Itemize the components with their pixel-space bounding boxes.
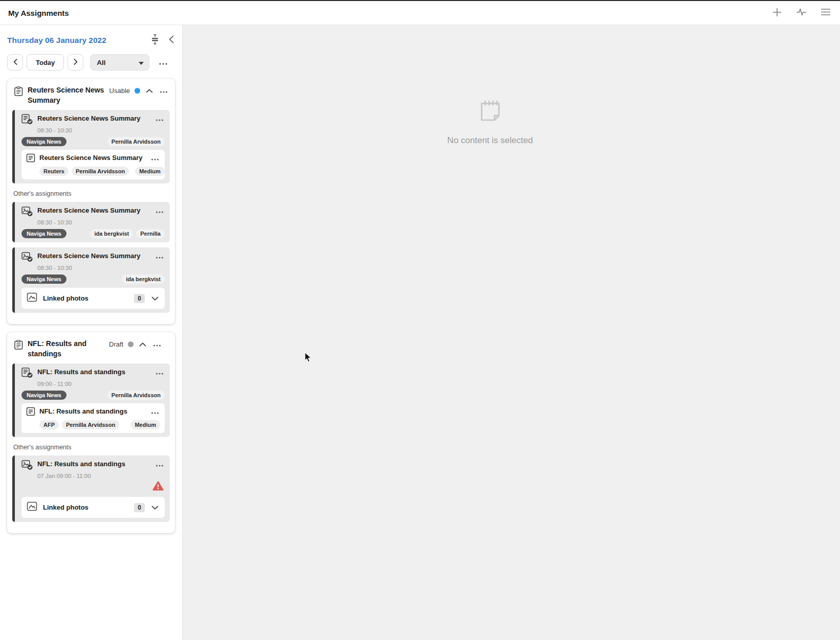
chevron-down-icon xyxy=(151,294,159,302)
app-body: Thursday 06 January 2022 xyxy=(0,25,840,640)
ellipsis-icon xyxy=(156,461,164,468)
linked-photos-count: 0 xyxy=(134,503,145,512)
assignment-time: 08:30 - 10:30 xyxy=(37,265,165,271)
assignment-more-button[interactable] xyxy=(154,206,165,216)
add-button[interactable] xyxy=(771,6,783,20)
warning-icon xyxy=(152,481,164,493)
others-assignments-label: Other's assignments xyxy=(13,190,170,197)
content-card[interactable]: NFL: Results and standings AFP Pernilla … xyxy=(21,403,165,433)
menu-button[interactable] xyxy=(820,7,832,18)
group-title: NFL: Results and standings xyxy=(28,339,104,359)
channel-badge: Naviga News xyxy=(21,137,67,146)
photo-assignment-check-icon xyxy=(21,460,33,472)
content-more-button[interactable] xyxy=(150,153,160,163)
chevron-left-icon xyxy=(13,59,17,66)
collapse-group-button[interactable] xyxy=(138,339,147,349)
assignment-title: Reuters Science News Summary xyxy=(37,207,150,215)
ellipsis-icon xyxy=(151,154,159,162)
ellipsis-icon xyxy=(159,59,168,66)
text-assignment-check-icon xyxy=(21,368,33,380)
compress-list-button[interactable] xyxy=(149,33,161,47)
expand-linked-photos-button[interactable] xyxy=(150,293,160,303)
linked-photos-row[interactable]: Linked photos 0 xyxy=(21,497,165,518)
status-label: Draft xyxy=(109,340,123,348)
hamburger-menu-icon xyxy=(821,8,831,17)
chevron-down-icon xyxy=(151,504,159,511)
author-badge: Pernilla Arvidsson xyxy=(62,420,119,429)
date-header[interactable]: Thursday 06 January 2022 xyxy=(7,36,106,45)
clipboard-icon xyxy=(14,340,23,352)
assignment-title: NFL: Results and standings xyxy=(37,460,150,468)
caret-down-icon xyxy=(139,59,144,66)
activity-icon xyxy=(795,8,807,18)
assignee-badge: Pernilla xyxy=(136,229,165,238)
ellipsis-icon xyxy=(160,87,168,95)
photo-assignment-check-icon xyxy=(21,252,33,264)
content-card[interactable]: Reuters Science News Summary Reuters Per… xyxy=(21,150,165,179)
group-header-actions: Draft xyxy=(109,339,162,349)
source-badge: AFP xyxy=(39,420,59,429)
group-header: NFL: Results and standings Draft xyxy=(12,338,170,363)
assignment-card[interactable]: NFL: Results and standings 07 Jan 09:00 … xyxy=(12,455,170,522)
channel-badge: Naviga News xyxy=(21,391,67,400)
group-more-button[interactable] xyxy=(159,86,169,96)
today-button[interactable]: Today xyxy=(27,54,64,71)
expand-linked-photos-button[interactable] xyxy=(150,502,160,512)
linked-photos-label: Linked photos xyxy=(43,294,128,302)
linked-photos-row[interactable]: Linked photos 0 xyxy=(21,288,165,309)
chevron-right-icon xyxy=(74,59,78,66)
priority-badge: Medium xyxy=(135,167,165,176)
author-badge: Pernilla Arvidsson xyxy=(72,167,129,176)
filter-dropdown[interactable]: All xyxy=(90,54,149,71)
plus-icon xyxy=(772,7,782,19)
group-header: Reuters Science News Summary Usable xyxy=(12,84,170,110)
assignment-more-button[interactable] xyxy=(154,460,165,469)
activity-button[interactable] xyxy=(794,7,808,19)
assignment-card[interactable]: NFL: Results and standings 09:00 - 11:00… xyxy=(12,363,170,437)
assignment-title: NFL: Results and standings xyxy=(37,368,150,376)
sidebar-more-button[interactable] xyxy=(157,57,170,68)
app-window: My Assignments Thursday 06 xyxy=(0,0,840,640)
next-day-button[interactable] xyxy=(68,54,83,71)
text-document-icon xyxy=(26,407,35,418)
assignment-more-button[interactable] xyxy=(154,114,165,124)
top-bar: My Assignments xyxy=(0,1,840,25)
ellipsis-icon xyxy=(156,115,164,123)
group-more-button[interactable] xyxy=(152,339,162,349)
assignment-group-card: Reuters Science News Summary Usable xyxy=(7,79,175,324)
ellipsis-icon xyxy=(153,340,161,348)
assignment-card[interactable]: Reuters Science News Summary 08:30 - 10:… xyxy=(12,110,170,184)
photo-icon xyxy=(27,501,37,513)
channel-badge: Naviga News xyxy=(21,275,67,284)
empty-state-message: No content is selected xyxy=(447,135,533,146)
collapse-group-button[interactable] xyxy=(145,86,154,96)
ellipsis-icon xyxy=(156,253,164,260)
status-dot xyxy=(135,88,140,94)
date-header-row: Thursday 06 January 2022 xyxy=(7,33,175,47)
assignment-more-button[interactable] xyxy=(154,368,165,377)
collapse-sidebar-button[interactable] xyxy=(168,34,175,46)
assignment-time: 09:00 - 11:00 xyxy=(37,381,165,387)
photo-icon xyxy=(27,292,37,304)
assignment-more-button[interactable] xyxy=(154,252,165,261)
text-assignment-check-icon xyxy=(21,114,33,127)
notepad-icon xyxy=(476,118,504,127)
filter-value: All xyxy=(97,59,105,66)
compress-rows-icon xyxy=(150,34,160,46)
empty-state: No content is selected xyxy=(447,98,533,146)
channel-badge: Naviga News xyxy=(21,229,67,238)
assignment-title: Reuters Science News Summary xyxy=(37,115,150,123)
assignment-card[interactable]: Reuters Science News Summary 08:30 - 10:… xyxy=(12,247,170,313)
chevron-up-icon xyxy=(146,87,153,95)
text-document-icon xyxy=(26,153,35,165)
chevron-left-icon xyxy=(169,35,174,45)
assignee-badge: ida bergkvist xyxy=(122,275,165,284)
clipboard-icon xyxy=(14,86,23,98)
content-title: NFL: Results and standings xyxy=(39,407,146,416)
content-more-button[interactable] xyxy=(150,407,160,417)
assignment-card[interactable]: Reuters Science News Summary 08:30 - 10:… xyxy=(12,202,170,242)
assignee-badge: ida bergkvist xyxy=(90,229,133,238)
assignee-badge: Pernilla Arvidsson xyxy=(107,137,165,146)
ellipsis-icon xyxy=(151,408,159,416)
prev-day-button[interactable] xyxy=(7,54,23,71)
